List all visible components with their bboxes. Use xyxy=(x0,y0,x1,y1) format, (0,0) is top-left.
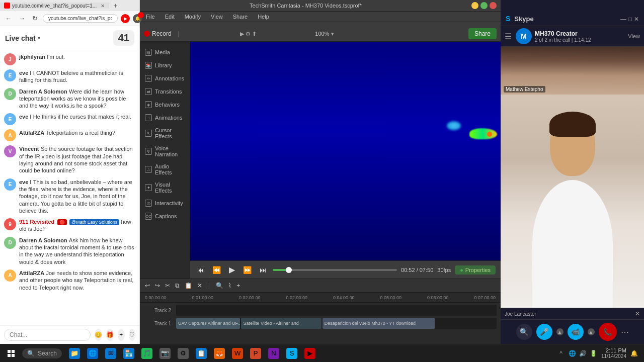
taskbar-app-store[interactable]: 🏪 xyxy=(120,345,137,362)
sidebar-item-interactivity[interactable]: ◎ Interactivity xyxy=(140,197,190,210)
battery-icon[interactable]: 🔋 xyxy=(590,350,597,357)
fast-forward-button[interactable]: ⏭ xyxy=(258,265,269,275)
menu-help[interactable]: Help xyxy=(256,13,271,21)
camtasia-close-button[interactable] xyxy=(490,2,497,9)
skype-close-button[interactable]: ✕ xyxy=(634,16,639,23)
record-button[interactable]: Record xyxy=(144,30,172,37)
menu-file[interactable]: File xyxy=(144,13,157,21)
taskbar-app-onenote[interactable]: N xyxy=(265,345,282,362)
skype-search-button[interactable]: 🔍 xyxy=(516,324,532,340)
skype-menu-button[interactable]: ☰ xyxy=(505,32,512,41)
menu-modify[interactable]: Modify xyxy=(183,13,203,21)
timeline-add-button[interactable]: + xyxy=(235,281,241,290)
chat-dropdown-icon[interactable]: ▾ xyxy=(38,35,40,41)
split-button[interactable]: ⌇ xyxy=(227,281,232,290)
chat-heart-button[interactable]: ♡ xyxy=(129,329,136,341)
bottom-participant-label: Joe Lancaster xyxy=(505,311,536,317)
taskbar-search[interactable]: 🔍 Search xyxy=(22,348,62,358)
taskbar-app-skype[interactable]: S xyxy=(283,345,300,362)
sidebar-item-audio-effects[interactable]: ♫ Audio Effects xyxy=(140,160,190,178)
sidebar-item-behaviors[interactable]: ◈ Behaviors xyxy=(140,98,190,111)
new-tab-button[interactable]: + xyxy=(109,2,121,10)
taskbar-app-music[interactable]: 🎵 xyxy=(138,345,155,362)
list-item: A AttilaRZA Joe needs to show some evide… xyxy=(4,269,135,291)
zoom-dropdown-icon[interactable]: ▾ xyxy=(331,31,334,37)
search-text: Search xyxy=(38,350,57,357)
cursor-effects-icon: ↖ xyxy=(145,130,152,137)
tray-expand-button[interactable]: ^ xyxy=(559,350,562,357)
properties-button[interactable]: ● Properties xyxy=(455,265,496,275)
volume-icon[interactable]: 🔊 xyxy=(579,350,587,357)
time-marker-0: 0:00:00:00 xyxy=(145,295,167,300)
taskbar-app-explorer[interactable]: 📁 xyxy=(66,345,83,362)
step-forward-button[interactable]: ⏩ xyxy=(241,265,254,275)
sidebar-item-annotations[interactable]: ✏ Annotations xyxy=(140,72,190,85)
sidebar-item-media[interactable]: ▤ Media xyxy=(140,46,190,59)
taskbar-app-camtasia[interactable]: ▶ xyxy=(301,345,318,362)
sidebar-item-transitions[interactable]: ⇄ Transitions xyxy=(140,85,190,98)
undo-button[interactable]: ↩ xyxy=(144,281,151,290)
skype-more-options-button[interactable]: ⋯ xyxy=(621,327,629,337)
skype-minimize-button[interactable]: — xyxy=(620,16,626,23)
camtasia-maximize-button[interactable] xyxy=(480,2,488,9)
refresh-button[interactable]: ↻ xyxy=(30,14,40,23)
sidebar-label-annotations: Annotations xyxy=(155,75,184,81)
chat-emoji-button[interactable]: 😊 xyxy=(95,329,102,341)
redo-button[interactable]: ↪ xyxy=(154,281,161,290)
taskbar-app-photo[interactable]: 📷 xyxy=(156,345,174,362)
skype-maximize-button[interactable]: □ xyxy=(628,16,632,23)
address-input[interactable] xyxy=(43,14,118,23)
skype-video-button[interactable]: 📹 xyxy=(568,324,584,340)
skype-view-button[interactable]: View xyxy=(628,33,640,39)
back-button[interactable]: ← xyxy=(3,14,14,23)
start-button[interactable] xyxy=(2,344,20,363)
menu-share[interactable]: Share xyxy=(231,13,250,21)
avatar: E xyxy=(4,113,16,125)
skype-mic-chevron[interactable]: ▲ xyxy=(556,328,564,335)
remove-participant-button[interactable]: ✕ xyxy=(635,310,640,317)
notifications-tray-icon[interactable]: 🔔 xyxy=(630,350,638,357)
chat-gift-button[interactable]: 🎁 xyxy=(106,329,114,341)
sidebar-item-captions[interactable]: CC Captions xyxy=(140,210,190,223)
tab-close-button[interactable]: ✕ xyxy=(101,3,105,9)
cut-button[interactable]: ✂ xyxy=(164,281,171,290)
chat-input[interactable] xyxy=(4,329,91,341)
share-button[interactable]: Share xyxy=(468,28,497,39)
taskbar-app-edge[interactable]: 🌐 xyxy=(84,345,101,362)
rewind-button[interactable]: ⏮ xyxy=(195,265,206,275)
sidebar-item-library[interactable]: 📚 Library xyxy=(140,59,190,72)
skype-mic-button[interactable]: 🎤 xyxy=(536,324,552,340)
notification-icon[interactable]: 🔔 xyxy=(133,14,142,23)
browser-tab[interactable]: youtube.com/live_chat?is_popout=1... ✕ xyxy=(0,3,109,9)
taskbar-app-firefox[interactable]: 🦊 xyxy=(211,345,228,362)
step-back-button[interactable]: ⏪ xyxy=(210,265,223,275)
sidebar-item-cursor-effects[interactable]: ↖ Cursor Effects xyxy=(140,124,190,142)
paste-button[interactable]: 📋 xyxy=(184,281,193,290)
sidebar-item-visual-effects[interactable]: ✦ Visual Effects xyxy=(140,178,190,197)
chat-add-button[interactable]: + xyxy=(118,329,125,341)
taskbar-app-task[interactable]: 📋 xyxy=(193,345,210,362)
delete-button[interactable]: ✕ xyxy=(196,281,203,290)
track-content-2[interactable] xyxy=(176,305,497,316)
track-content-1[interactable]: UAV Captures Airliner and UF... Satellit… xyxy=(176,318,497,329)
camtasia-minimize-button[interactable] xyxy=(471,2,478,9)
forward-button[interactable]: → xyxy=(17,14,27,23)
menu-edit[interactable]: Edit xyxy=(163,13,177,21)
msg-author: eve l xyxy=(19,179,31,185)
sidebar-item-animations[interactable]: → Animations xyxy=(140,111,190,124)
clock-display[interactable]: 2:11 PM 11/14/2024 xyxy=(601,347,626,359)
taskbar-app-settings[interactable]: ⚙ xyxy=(175,345,192,362)
taskbar-app-office[interactable]: W xyxy=(229,345,246,362)
taskbar-app-powerpoint[interactable]: P xyxy=(247,345,264,362)
menu-view[interactable]: View xyxy=(209,13,225,21)
zoom-in-button[interactable]: 🔍 xyxy=(215,281,224,290)
skype-end-call-button[interactable]: 📞 xyxy=(599,323,617,341)
sidebar-item-voice-narration[interactable]: 🎙 Voice Narration xyxy=(140,142,190,160)
play-button[interactable]: ▶ xyxy=(227,264,237,276)
network-icon[interactable]: 🌐 xyxy=(569,350,576,357)
taskbar-app-mail[interactable]: ✉ xyxy=(102,345,119,362)
system-tray: 🌐 🔊 🔋 xyxy=(569,350,597,357)
skype-video-chevron[interactable]: ▲ xyxy=(588,328,595,335)
playback-slider[interactable] xyxy=(273,269,397,271)
copy-button[interactable]: ⧉ xyxy=(174,281,181,290)
